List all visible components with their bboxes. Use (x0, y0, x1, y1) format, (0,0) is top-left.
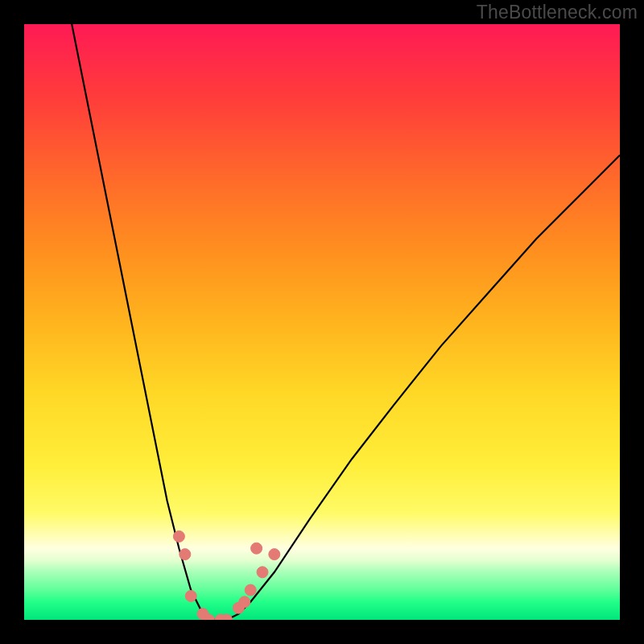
data-dots (173, 530, 279, 620)
data-dot (251, 543, 262, 554)
data-dot (245, 584, 256, 596)
plot-area (24, 24, 620, 620)
chart-frame: TheBottleneck.com (0, 0, 644, 644)
data-dot (173, 530, 184, 542)
curve-layer (24, 24, 620, 620)
data-dot (269, 549, 280, 560)
data-dot (185, 590, 196, 601)
left-bottleneck-curve (72, 24, 215, 620)
data-dot (239, 597, 250, 608)
data-dot (257, 567, 268, 578)
watermark-text: TheBottleneck.com (477, 2, 638, 23)
data-dot (180, 549, 191, 560)
